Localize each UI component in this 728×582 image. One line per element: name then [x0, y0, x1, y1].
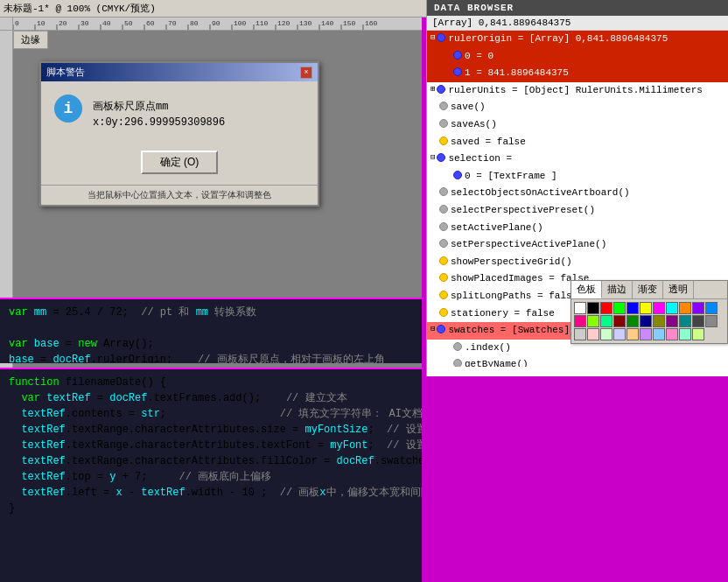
db-text: rulerUnits = [Object] RulerUnits.Millime…: [448, 83, 702, 99]
color-swatch[interactable]: [692, 328, 704, 340]
data-browser-header: DATA BROWSER: [427, 0, 728, 16]
code-line: var mm = 25.4 / 72; // pt 和 mm 转换系数: [9, 305, 413, 320]
code-line: textRef.left = x - textRef.width - 10 ; …: [9, 485, 413, 501]
db-item[interactable]: save(): [427, 99, 728, 116]
color-swatch[interactable]: [613, 302, 626, 314]
db-text: setActivePlane(): [451, 221, 543, 236]
svg-text:10: 10: [37, 19, 46, 27]
db-item[interactable]: saved = false: [427, 134, 728, 151]
palette-tab[interactable]: 透明: [663, 281, 694, 298]
color-swatch[interactable]: [692, 302, 704, 314]
db-icon: [437, 153, 445, 162]
color-swatch[interactable]: [613, 315, 626, 327]
db-item[interactable]: getByName(): [427, 356, 728, 367]
code-line: textRef.textRange.characterAttributes.si…: [9, 422, 413, 438]
db-text: stationery = false: [451, 306, 555, 322]
palette-tab[interactable]: 描边: [602, 281, 633, 298]
db-item[interactable]: setActivePlane(): [427, 220, 728, 237]
db-item[interactable]: selectPerspectivePreset(): [427, 202, 728, 220]
color-swatch[interactable]: [679, 302, 691, 314]
color-swatch[interactable]: [705, 315, 718, 327]
color-swatch[interactable]: [640, 315, 652, 327]
db-text: 1 = 841.8896484375: [465, 66, 569, 81]
db-item[interactable]: saveAs(): [427, 116, 728, 134]
db-text: saved = false: [451, 135, 526, 151]
ruler-corner: [0, 18, 13, 31]
ruler-horizontal: 0102030405060708090100110120130140150160: [13, 18, 422, 31]
dialog-ok-button[interactable]: 确定 (O): [141, 151, 219, 174]
color-swatch[interactable]: [587, 302, 599, 314]
db-text: saveAs(): [451, 117, 497, 133]
svg-text:80: 80: [190, 19, 199, 27]
color-swatch[interactable]: [600, 315, 612, 327]
db-item[interactable]: 0 = 0: [427, 48, 728, 66]
db-icon: [439, 222, 448, 231]
color-swatch[interactable]: [666, 315, 678, 327]
db-icon: [439, 119, 448, 128]
svg-text:50: 50: [124, 19, 133, 27]
color-swatch[interactable]: [574, 328, 586, 340]
db-icon: [453, 359, 462, 367]
code-line: textRef.top = y + 7; // 画板底向上偏移: [9, 469, 413, 485]
color-swatch[interactable]: [679, 328, 691, 340]
color-swatch[interactable]: [640, 302, 652, 314]
db-icon: [437, 33, 445, 42]
color-swatch[interactable]: [679, 315, 691, 327]
db-icon: [439, 308, 448, 317]
color-swatch[interactable]: [574, 315, 586, 327]
svg-text:100: 100: [234, 19, 247, 27]
db-text: selection =: [448, 151, 512, 167]
color-swatch[interactable]: [574, 302, 586, 314]
svg-text:150: 150: [343, 19, 356, 27]
code-line: var textRef = docRef.textFrames.add(); /…: [9, 390, 413, 406]
db-item[interactable]: showPerspectiveGrid(): [427, 254, 728, 271]
svg-text:60: 60: [146, 19, 155, 27]
color-swatch[interactable]: [692, 315, 704, 327]
color-swatch[interactable]: [653, 328, 665, 340]
dialog-close-button[interactable]: ×: [300, 67, 312, 79]
color-swatch[interactable]: [587, 328, 599, 340]
code-line: textRef.textRange.characterAttributes.fi…: [9, 453, 413, 469]
color-swatch[interactable]: [600, 328, 612, 340]
db-text: .index(): [465, 340, 511, 356]
db-icon: [453, 67, 462, 76]
color-swatch[interactable]: [705, 302, 718, 314]
color-swatch[interactable]: [613, 328, 626, 340]
db-icon: [439, 102, 448, 110]
db-item[interactable]: setPerspectiveActivePlane(): [427, 236, 728, 254]
db-item[interactable]: ⊟rulerOrigin = [Array] 0,841.8896484375: [427, 31, 728, 48]
color-swatch[interactable]: [626, 328, 639, 340]
svg-text:30: 30: [80, 19, 89, 27]
db-item[interactable]: 0 = [TextFrame ]: [427, 168, 728, 186]
db-text: rulerOrigin = [Array] 0,841.8896484375: [448, 32, 668, 47]
palette-tab[interactable]: 色板: [571, 281, 602, 298]
color-swatch[interactable]: [666, 328, 678, 340]
script-warning-dialog: 脚本警告 × i 画板标尺原点mm x:0y:296.999959309896 …: [39, 61, 319, 207]
db-item[interactable]: ⊞rulerUnits = [Object] RulerUnits.Millim…: [427, 82, 728, 100]
color-swatch[interactable]: [666, 302, 678, 314]
db-arrow: ⊟: [430, 323, 435, 335]
color-swatch[interactable]: [587, 315, 599, 327]
code-panel-top: var mm = 25.4 / 72; // pt 和 mm 转换系数 var …: [0, 298, 422, 363]
db-text: splitLongPaths = false: [451, 289, 578, 305]
palette-tab[interactable]: 渐变: [633, 281, 663, 298]
db-text: getByName(): [465, 357, 528, 367]
db-item[interactable]: selectObjectsOnActiveArtboard(): [427, 185, 728, 202]
db-text: swatches = [Swatches]: [448, 323, 570, 339]
svg-text:20: 20: [59, 19, 67, 27]
color-swatch[interactable]: [626, 302, 639, 314]
db-item[interactable]: 1 = 841.8896484375: [427, 65, 728, 82]
db-arrow: ⊟: [430, 32, 435, 44]
color-swatch[interactable]: [653, 302, 665, 314]
svg-text:70: 70: [168, 19, 177, 27]
db-text: 0 = 0: [465, 49, 494, 65]
db-text: setPerspectiveActivePlane(): [451, 237, 606, 253]
svg-text:110: 110: [256, 19, 269, 27]
color-swatch[interactable]: [653, 315, 665, 327]
color-swatch[interactable]: [640, 328, 652, 340]
color-swatch[interactable]: [600, 302, 612, 314]
code-line: function filenameDate() {: [9, 375, 413, 390]
code-line: [9, 320, 413, 336]
color-swatch[interactable]: [626, 315, 639, 327]
db-item[interactable]: ⊟selection =: [427, 151, 728, 168]
